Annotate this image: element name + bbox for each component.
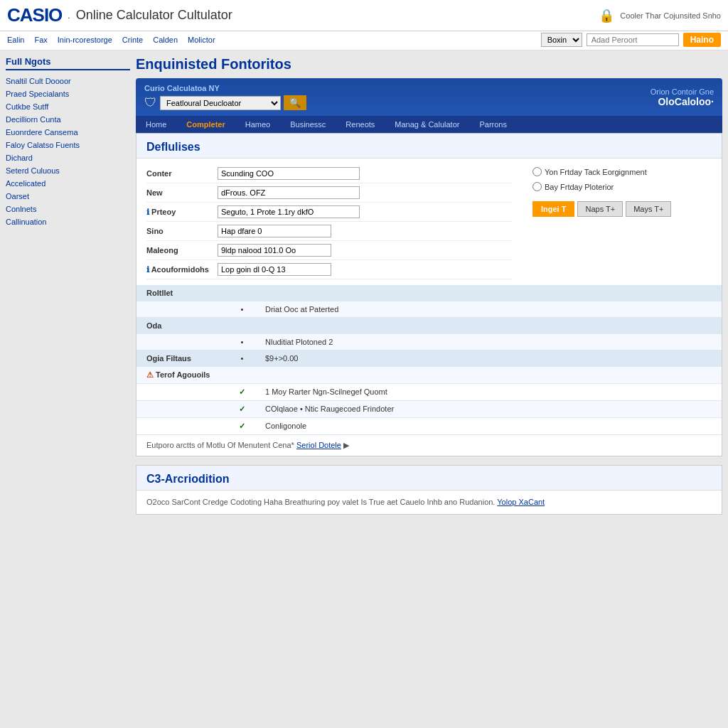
label-oda: Oda — [136, 318, 229, 334]
footer-arrow: ▶ — [343, 441, 349, 449]
input-new[interactable] — [218, 186, 360, 199]
sidebar-item-4[interactable]: Euonrdere Cansema — [6, 126, 130, 139]
input-conter[interactable] — [218, 167, 360, 180]
table-row-check1: ✓ 1 Moy Rarter Ngn-Scilnegef Quomt — [136, 384, 722, 401]
nav-link-3[interactable]: Crinte — [122, 36, 143, 44]
form-row-0: Conter — [146, 164, 513, 183]
calc-header-right: Orion Contoir Gne OloCaloloo· — [651, 87, 714, 107]
sub-nav-reneots[interactable]: Reneots — [336, 116, 385, 133]
calc-select-row: 🛡 Featloural Deucloator 🔍 — [144, 95, 306, 110]
table-row-check2: ✓ COlqlaoe • Ntic Raugecoed Frindoter — [136, 401, 722, 418]
info-icon-2: ℹ — [146, 208, 149, 216]
sidebar-item-8[interactable]: Accelicated — [6, 177, 130, 190]
sub-nav-hameo[interactable]: Hameo — [235, 116, 280, 133]
warning-icon: ⚠ — [146, 370, 154, 379]
sub-nav-manag[interactable]: Manag & Calulator — [385, 116, 469, 133]
nav-links: Ealin Fax Inin-rcorestorge Crinte Calden… — [7, 36, 215, 44]
info-icon-5: ℹ — [146, 265, 149, 274]
sub-nav-parrons[interactable]: Parrons — [469, 116, 517, 133]
value-0 — [255, 285, 722, 301]
main-layout: Full Ngots Snaltil Cult Doooor Praed Spe… — [0, 50, 728, 520]
checkmark-icon-1: ✓ — [239, 387, 245, 396]
nav-link-5[interactable]: Molictor — [188, 36, 215, 44]
site-title: Online Calculator Cultulator — [76, 8, 232, 23]
nav-link-2[interactable]: Inin-rcorestorge — [58, 36, 112, 44]
sub-nav-home[interactable]: Home — [136, 116, 176, 133]
form-area: Conter New ℹ Prteoy — [136, 159, 722, 285]
section2-link[interactable]: Yolop XaCant — [497, 498, 545, 506]
calc-header-right-text: Orion Contoir Gne — [651, 87, 714, 96]
sidebar-item-5[interactable]: Faloy Calatso Fuents — [6, 139, 130, 151]
nav-link-4[interactable]: Calden — [153, 36, 178, 44]
calc-header-left: Curio Calculatoa NY 🛡 Featloural Deucloa… — [144, 84, 306, 110]
form-right: Yon Frtday Tack Eorgignment Bay Frtday P… — [523, 164, 722, 279]
btn-ingei[interactable]: Ingei T — [532, 201, 574, 217]
home-button[interactable]: Haino — [683, 33, 721, 47]
casio-logo: CASIO — [7, 4, 62, 26]
sidebar-item-0[interactable]: Snaltil Cult Doooor — [6, 75, 130, 87]
nav-bar: Ealin Fax Inin-rcorestorge Crinte Calden… — [0, 31, 728, 50]
content-card: Deflulises Conter New ℹ Prteoy — [136, 133, 722, 456]
form-left: Conter New ℹ Prteoy — [136, 164, 523, 279]
form-label-prteoy: ℹ Prteoy — [146, 208, 218, 217]
btn-mays[interactable]: Mays T+ — [626, 201, 671, 217]
nav-link-0[interactable]: Ealin — [7, 36, 24, 44]
table-row-oda: Oda — [136, 318, 722, 334]
form-row-3: Sino — [146, 222, 513, 241]
label-terof: ⚠ Terof Agouoils — [136, 367, 229, 384]
sidebar-item-10[interactable]: Conlnets — [6, 203, 130, 215]
table-row-1: • Driat Ooc at Paterted — [136, 301, 722, 318]
form-row-2: ℹ Prteoy — [146, 203, 513, 222]
boxin-select[interactable]: Boxin — [541, 33, 582, 47]
calc-header-title: Curio Calculatoa NY — [144, 84, 306, 92]
value-8: Conligonole — [255, 418, 722, 435]
search-input[interactable] — [587, 33, 679, 46]
btn-naps[interactable]: Naps T+ — [577, 201, 623, 217]
sidebar-item-2[interactable]: Cutkbe Sutff — [6, 100, 130, 113]
sub-nav-business[interactable]: Businessc — [280, 116, 336, 133]
footer-link[interactable]: Seriol Dotele — [296, 441, 341, 449]
footer-text: Eutporo arctts of Motlu Of Menutent Cena… — [146, 441, 294, 449]
radio-bay[interactable] — [532, 182, 542, 191]
form-row-4: Maleong — [146, 241, 513, 260]
search-button[interactable]: 🔍 — [284, 95, 306, 110]
input-sino[interactable] — [218, 225, 331, 237]
radio-option-0: Yon Frtday Tack Eorgignment — [532, 164, 712, 179]
form-label-sino: Sino — [146, 227, 218, 235]
top-right-text: Cooler Thar Cojunsited Snho — [620, 11, 721, 20]
input-maleong[interactable] — [218, 244, 331, 257]
table-row-roltllet: Roltllet — [136, 285, 722, 301]
sidebar-item-3[interactable]: Decilliorn Cunta — [6, 113, 130, 126]
sidebar-item-11[interactable]: Callinuation — [6, 215, 130, 228]
sidebar-item-6[interactable]: Dichard — [6, 151, 130, 164]
input-acou[interactable] — [218, 263, 331, 276]
btn-row: Ingei T Naps T+ Mays T+ — [532, 201, 712, 217]
form-label-new: New — [146, 188, 218, 197]
bullet-0 — [229, 285, 255, 301]
label-ogia: Ogia Filtaus — [136, 350, 229, 367]
page-title: Enquinisted Fontoritos — [136, 56, 722, 73]
footer-text-row: Eutporo arctts of Motlu Of Menutent Cena… — [136, 435, 722, 456]
sidebar-item-1[interactable]: Praed Specialants — [6, 87, 130, 100]
details-table: Roltllet • Driat Ooc at Paterted Oda • — [136, 285, 722, 435]
table-row-check3: ✓ Conligonole — [136, 418, 722, 435]
nav-right: Boxin Haino — [541, 33, 721, 47]
sidebar: Full Ngots Snaltil Cult Doooor Praed Spe… — [6, 56, 130, 515]
form-label-conter: Conter — [146, 169, 218, 178]
label-roltllet: Roltllet — [136, 285, 229, 301]
sidebar-item-9[interactable]: Oarset — [6, 190, 130, 203]
sub-nav-completer[interactable]: Completer — [176, 116, 235, 133]
sidebar-item-7[interactable]: Seterd Culuous — [6, 164, 130, 177]
radio-yon[interactable] — [532, 167, 542, 176]
sub-nav: Home Completer Hameo Businessc Reneots M… — [136, 116, 722, 133]
form-row-5: ℹ Acouformidohs — [146, 260, 513, 279]
table-row-ogia: Ogia Filtaus • $9+>0.00 — [136, 350, 722, 367]
calc-logo: OloCaloloo· — [651, 96, 714, 107]
nav-link-1[interactable]: Fax — [34, 36, 47, 44]
bullet-4: • — [229, 350, 255, 367]
radio-option-1: Bay Frtday Ploterior — [532, 179, 712, 194]
sidebar-title: Full Ngots — [6, 56, 130, 70]
form-label-acou: ℹ Acouformidohs — [146, 265, 218, 274]
input-prteoy[interactable] — [218, 205, 360, 218]
calc-select[interactable]: Featloural Deucloator — [160, 96, 281, 110]
